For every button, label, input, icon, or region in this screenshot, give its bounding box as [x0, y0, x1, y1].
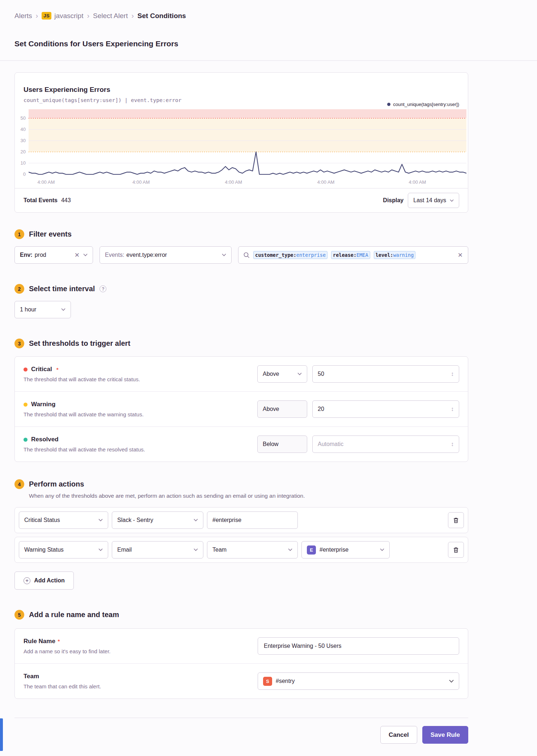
action-channel-input[interactable]: #enterprise — [207, 511, 298, 529]
action-target-type-select[interactable]: Team — [207, 541, 298, 558]
delete-action-button[interactable] — [448, 512, 464, 528]
y-tick-label: 0 — [23, 171, 26, 177]
rule-name-label: Rule Name — [24, 638, 55, 645]
action-status-select[interactable]: Warning Status — [19, 541, 108, 558]
chevron-down-icon — [450, 199, 454, 202]
time-interval-heading: Select time interval — [29, 285, 95, 293]
legend-label: count_unique(tags[sentry:user]) — [393, 102, 459, 107]
action-team-select[interactable]: E #enterprise — [301, 541, 390, 558]
action-row-warning: Warning Status Email Team E #enterprise — [14, 537, 468, 563]
cancel-button[interactable]: Cancel — [380, 726, 417, 744]
trash-icon — [453, 517, 459, 523]
team-row: Team The team that can edit this alert. … — [15, 663, 468, 698]
critical-status-dot-icon — [24, 368, 28, 371]
time-interval-value: 1 hour — [20, 306, 36, 313]
main-content: Users Experiencing Errors count_unique(t… — [14, 72, 468, 756]
legend-dot-icon — [387, 103, 390, 106]
critical-comparison-select[interactable]: Above — [257, 365, 307, 383]
critical-label: Critical — [31, 366, 52, 373]
required-asterisk: * — [56, 366, 59, 373]
warning-description: The threshold that will activate the war… — [24, 411, 257, 417]
breadcrumb-alerts[interactable]: Alerts — [14, 12, 32, 20]
resolved-threshold-row: Resolved The threshold that will activat… — [15, 426, 468, 462]
rule-name-description: Add a name so it's easy to find later. — [24, 648, 258, 654]
delete-action-button[interactable] — [448, 542, 464, 558]
breadcrumb: Alerts › JS javascript › Select Alert › … — [14, 12, 523, 20]
stepper-icon[interactable]: ↕ — [451, 371, 454, 377]
warning-comparison-box: Above — [257, 400, 307, 418]
resolved-threshold-input[interactable]: Automatic ↕ — [312, 436, 459, 453]
team-label: Team — [24, 673, 258, 680]
chevron-down-icon — [194, 519, 198, 522]
team-avatar: E — [307, 545, 316, 555]
search-token[interactable]: level:warning — [374, 251, 416, 259]
action-status-value: Critical Status — [24, 517, 60, 523]
critical-threshold-row: Critical * The threshold that will activ… — [15, 357, 468, 391]
required-asterisk: * — [58, 638, 60, 644]
rule-name-heading: Add a rule name and team — [29, 611, 119, 619]
scroll-indicator[interactable] — [0, 718, 3, 751]
total-events-label: Total Events — [24, 197, 58, 204]
section-perform-actions: 4 Perform actions When any of the thresh… — [14, 479, 468, 590]
resolved-status-dot-icon — [24, 438, 28, 442]
token-key: level: — [376, 252, 393, 258]
chart-legend: count_unique(tags[sentry:user]) — [387, 102, 459, 107]
thresholds-card: Critical * The threshold that will activ… — [14, 356, 468, 462]
display-range-select[interactable]: Last 14 days — [408, 193, 459, 208]
environment-select[interactable]: Env: prod ✕ — [14, 246, 93, 264]
event-types-select[interactable]: Events: event.type:error — [100, 246, 232, 264]
chevron-down-icon — [288, 548, 292, 551]
page-header: Alerts › JS javascript › Select Alert › … — [0, 0, 537, 48]
critical-threshold-input[interactable]: 50 ↕ — [312, 365, 459, 383]
warning-threshold-input[interactable]: 20 ↕ — [312, 400, 459, 418]
warning-threshold-row: Warning The threshold that will activate… — [15, 391, 468, 426]
chevron-down-icon — [83, 254, 88, 256]
filter-search-input[interactable]: customer_type:enterprise release:EMEA le… — [238, 246, 468, 264]
save-rule-button[interactable]: Save Rule — [422, 726, 468, 744]
step-2-badge: 2 — [14, 284, 24, 294]
footer-buttons: Cancel Save Rule — [14, 726, 468, 744]
action-integration-select[interactable]: Email — [112, 541, 203, 558]
stepper-icon[interactable]: ↕ — [451, 406, 454, 412]
chevron-down-icon — [222, 254, 226, 256]
resolved-description: The threshold that will activate the res… — [24, 446, 257, 453]
javascript-platform-icon: JS — [42, 12, 51, 20]
time-interval-select[interactable]: 1 hour — [14, 301, 71, 318]
action-integration-select[interactable]: Slack - Sentry — [112, 511, 203, 529]
rule-name-input[interactable] — [258, 637, 459, 655]
display-label: Display — [383, 197, 403, 204]
stepper-icon[interactable]: ↕ — [451, 441, 454, 447]
help-icon[interactable]: ? — [100, 285, 106, 292]
chevron-down-icon — [61, 308, 65, 311]
filter-events-heading: Filter events — [29, 230, 72, 238]
action-status-select[interactable]: Critical Status — [19, 511, 108, 529]
y-tick-label: 50 — [21, 115, 26, 121]
chart-title: Users Experiencing Errors — [24, 86, 459, 94]
breadcrumb-select-alert[interactable]: Select Alert — [93, 12, 128, 20]
search-token[interactable]: customer_type:enterprise — [253, 251, 327, 259]
breadcrumb-project[interactable]: JS javascript — [42, 12, 83, 20]
chevron-down-icon — [449, 680, 454, 683]
x-axis: 4:00 AM4:00 AM4:00 AM4:00 AM4:00 AM — [29, 177, 466, 187]
footer-divider — [14, 718, 468, 718]
event-types-label: Events: — [105, 252, 124, 258]
action-status-value: Warning Status — [24, 547, 64, 553]
x-tick-label: 4:00 AM — [225, 179, 242, 185]
section-filter-events: 1 Filter events Env: prod ✕ Events: even… — [14, 229, 468, 264]
chevron-down-icon — [194, 548, 198, 551]
search-token[interactable]: release:EMEA — [331, 251, 370, 259]
action-row-critical: Critical Status Slack - Sentry #enterpri… — [14, 507, 468, 533]
x-tick-label: 4:00 AM — [317, 179, 335, 185]
add-action-button[interactable]: + Add Action — [14, 572, 74, 590]
team-select[interactable]: S #sentry — [258, 672, 459, 690]
action-integration-value: Email — [117, 547, 132, 553]
clear-search-icon[interactable]: ✕ — [458, 252, 463, 258]
token-key: release: — [333, 252, 356, 258]
critical-threshold-value: 50 — [318, 371, 324, 377]
team-avatar: S — [263, 677, 272, 686]
token-value: EMEA — [356, 252, 368, 258]
plus-icon: + — [24, 577, 30, 584]
page-title: Set Conditions for Users Experiencing Er… — [14, 39, 523, 48]
warning-status-dot-icon — [24, 403, 28, 407]
clear-environment-icon[interactable]: ✕ — [75, 252, 80, 258]
